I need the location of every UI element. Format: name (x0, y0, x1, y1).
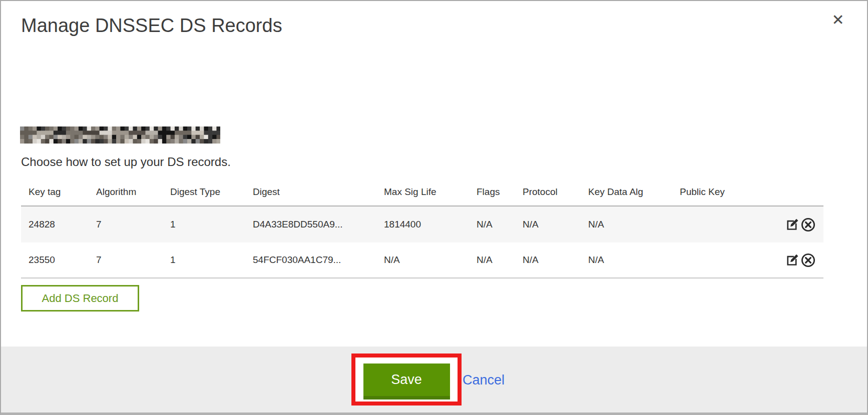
domain-name-redacted (20, 126, 220, 144)
delete-icon[interactable] (800, 217, 816, 232)
page-title: Manage DNSSEC DS Records (21, 15, 282, 36)
table-row: 24828 7 1 D4A33E8DD550A9... 1814400 N/A … (21, 206, 823, 242)
pixelated-domain-image (20, 126, 220, 144)
edit-icon[interactable] (784, 217, 800, 232)
column-header-digest: Digest (253, 186, 384, 198)
cell-key-data-alg: N/A (588, 219, 680, 230)
save-button[interactable]: Save (363, 364, 450, 400)
column-header-max-sig-life: Max Sig Life (384, 186, 477, 198)
cell-max-sig-life: 1814400 (384, 219, 477, 230)
cell-digest-type: 1 (170, 254, 253, 266)
column-header-public-key: Public Key (680, 186, 778, 198)
ds-records-table: Key tag Algorithm Digest Type Digest Max… (21, 178, 823, 278)
column-header-flags: Flags (477, 186, 523, 198)
cell-max-sig-life: N/A (384, 254, 477, 266)
cell-digest-type: 1 (170, 219, 253, 230)
cell-digest: 54FCF030AA1C79... (253, 254, 384, 266)
column-header-protocol: Protocol (523, 186, 588, 198)
delete-icon[interactable] (800, 252, 816, 268)
column-header-digest-type: Digest Type (170, 186, 253, 198)
column-header-key-tag: Key tag (29, 186, 96, 198)
cell-key-tag: 23550 (29, 254, 96, 266)
cell-algorithm: 7 (96, 254, 170, 266)
column-header-key-data-alg: Key Data Alg (588, 186, 680, 198)
cell-key-tag: 24828 (29, 219, 96, 230)
table-row: 23550 7 1 54FCF030AA1C79... N/A N/A N/A … (21, 242, 823, 278)
column-header-algorithm: Algorithm (96, 186, 170, 198)
dialog-footer: Save Cancel (1, 346, 867, 412)
table-header-row: Key tag Algorithm Digest Type Digest Max… (21, 178, 823, 206)
cell-flags: N/A (477, 254, 523, 266)
annotation-highlight-box: Save (351, 354, 462, 406)
cell-protocol: N/A (523, 219, 588, 230)
edit-icon[interactable] (784, 252, 800, 268)
cell-key-data-alg: N/A (588, 254, 680, 266)
cell-digest: D4A33E8DD550A9... (253, 219, 384, 230)
cell-protocol: N/A (523, 254, 588, 266)
row-actions (778, 217, 816, 232)
row-actions (778, 252, 816, 268)
add-ds-record-button[interactable]: Add DS Record (21, 285, 139, 312)
cancel-link[interactable]: Cancel (463, 372, 505, 388)
cell-flags: N/A (477, 219, 523, 230)
close-icon[interactable]: ✕ (829, 11, 847, 29)
instruction-text: Choose how to set up your DS records. (21, 155, 231, 169)
manage-dnssec-dialog: Manage DNSSEC DS Records ✕ Choose how to… (0, 0, 868, 415)
cell-algorithm: 7 (96, 219, 170, 230)
